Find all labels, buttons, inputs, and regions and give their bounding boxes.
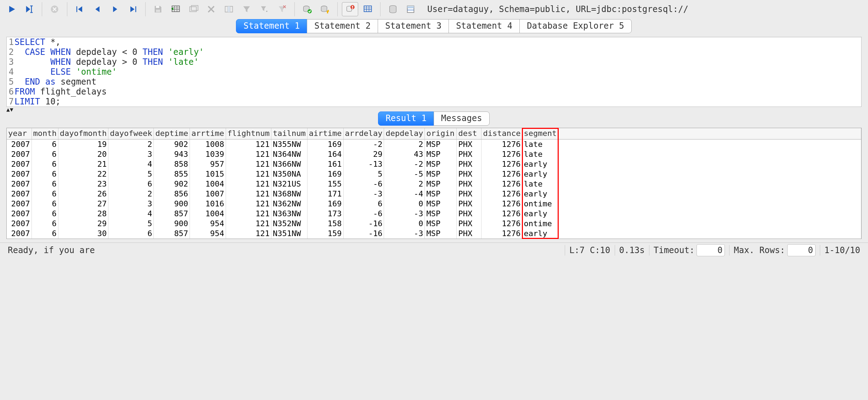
column-header[interactable]: segment xyxy=(522,128,558,139)
cell[interactable]: N363NW xyxy=(271,209,308,219)
cell[interactable]: MSP xyxy=(425,229,457,239)
cell[interactable]: 169 xyxy=(307,169,343,179)
cell[interactable]: 1016 xyxy=(190,199,226,209)
table-row[interactable]: 200762628561007121N368NW171-3-4MSPPHX127… xyxy=(7,189,861,199)
cell[interactable]: 855 xyxy=(154,169,190,179)
tab-statement[interactable]: Database Explorer 5 xyxy=(519,19,632,33)
cell[interactable]: 169 xyxy=(307,199,343,209)
cell[interactable]: -2 xyxy=(384,159,425,169)
cell[interactable]: 2007 xyxy=(7,159,32,169)
cell[interactable]: PHX xyxy=(457,159,481,169)
cell[interactable]: N362NW xyxy=(271,199,308,209)
cell[interactable]: N355NW xyxy=(271,139,308,149)
cell[interactable]: MSP xyxy=(425,149,457,159)
column-header[interactable]: dayofweek xyxy=(108,128,154,139)
database-browser-button[interactable] xyxy=(385,2,401,16)
cell[interactable]: -16 xyxy=(343,219,384,229)
cell[interactable]: 6 xyxy=(32,209,58,219)
cell[interactable]: 26 xyxy=(58,189,108,199)
filter-button[interactable] xyxy=(238,2,255,16)
cell[interactable]: 954 xyxy=(190,219,226,229)
cell[interactable]: 1039 xyxy=(190,149,226,159)
maxrows-input[interactable] xyxy=(787,244,816,256)
cell[interactable]: N321US xyxy=(271,179,308,189)
cell[interactable]: 27 xyxy=(58,199,108,209)
column-header[interactable]: airtime xyxy=(307,128,343,139)
cell[interactable]: PHX xyxy=(457,189,481,199)
column-header[interactable]: distance xyxy=(481,128,522,139)
cell[interactable]: 1276 xyxy=(481,219,522,229)
cell[interactable]: 173 xyxy=(307,209,343,219)
cell[interactable]: 6 xyxy=(32,169,58,179)
cell[interactable]: 28 xyxy=(58,209,108,219)
cell[interactable]: MSP xyxy=(425,159,457,169)
cell[interactable]: PHX xyxy=(457,199,481,209)
cell[interactable]: 857 xyxy=(154,229,190,239)
table-row[interactable]: 200761929021008121N355NW169-22MSPPHX1276… xyxy=(7,139,861,149)
tab-statement[interactable]: Statement 3 xyxy=(378,19,449,33)
code-line[interactable]: SELECT *, xyxy=(14,37,61,47)
cell[interactable]: 2007 xyxy=(7,179,32,189)
code-line[interactable]: LIMIT 10; xyxy=(14,97,61,107)
cell[interactable]: 121 xyxy=(226,149,271,159)
cell[interactable]: N350NA xyxy=(271,169,308,179)
cell[interactable]: 6 xyxy=(32,199,58,209)
tab-result[interactable]: Result 1 xyxy=(378,112,434,126)
cell[interactable]: 121 xyxy=(226,219,271,229)
column-header[interactable]: flightnum xyxy=(226,128,271,139)
cell[interactable]: N352NW xyxy=(271,219,308,229)
tab-statement[interactable]: Statement 4 xyxy=(449,19,520,33)
cell[interactable]: 29 xyxy=(343,149,384,159)
cell[interactable]: 29 xyxy=(58,219,108,229)
cell[interactable]: MSP xyxy=(425,139,457,149)
cell[interactable]: 2007 xyxy=(7,199,32,209)
stop-button[interactable] xyxy=(46,2,63,16)
cell[interactable]: 23 xyxy=(58,179,108,189)
result-grid[interactable]: yearmonthdayofmonthdayofweekdeptimearrti… xyxy=(6,128,862,239)
cell[interactable]: 164 xyxy=(307,149,343,159)
table-row[interactable]: 200762369021004121N321US155-62MSPPHX1276… xyxy=(7,179,861,189)
cell[interactable]: PHX xyxy=(457,179,481,189)
cell[interactable]: ontime xyxy=(522,219,558,229)
cell[interactable]: 5 xyxy=(343,169,384,179)
cell[interactable]: 6 xyxy=(108,229,154,239)
cell[interactable]: 2 xyxy=(384,139,425,149)
cell[interactable]: 3 xyxy=(108,199,154,209)
cell[interactable]: 121 xyxy=(226,169,271,179)
cell[interactable]: 5 xyxy=(108,169,154,179)
disconnect-button[interactable] xyxy=(342,2,358,16)
cell[interactable]: PHX xyxy=(457,139,481,149)
cell[interactable]: -3 xyxy=(343,189,384,199)
cell[interactable]: -16 xyxy=(343,229,384,239)
cell[interactable]: 6 xyxy=(108,179,154,189)
cell[interactable]: -6 xyxy=(343,209,384,219)
cell[interactable]: 1004 xyxy=(190,209,226,219)
cell[interactable]: 1276 xyxy=(481,229,522,239)
cell[interactable]: -13 xyxy=(343,159,384,169)
cell[interactable]: 121 xyxy=(226,179,271,189)
column-header[interactable]: month xyxy=(32,128,58,139)
cell[interactable]: 169 xyxy=(307,139,343,149)
cell[interactable]: 121 xyxy=(226,189,271,199)
prev-record-button[interactable] xyxy=(89,2,106,16)
cell[interactable]: PHX xyxy=(457,229,481,239)
cell[interactable]: early xyxy=(522,169,558,179)
cell[interactable]: 2007 xyxy=(7,189,32,199)
column-header[interactable]: origin xyxy=(425,128,457,139)
cell[interactable]: ontime xyxy=(522,199,558,209)
cell[interactable]: 856 xyxy=(154,189,190,199)
cell[interactable]: 121 xyxy=(226,209,271,219)
cell[interactable]: 1276 xyxy=(481,149,522,159)
table-row[interactable]: 20076214858957121N366NW161-13-2MSPPHX127… xyxy=(7,159,861,169)
table-row[interactable]: 20076306857954121N351NW159-16-3MSPPHX127… xyxy=(7,229,861,239)
cell[interactable]: 6 xyxy=(32,139,58,149)
tab-result[interactable]: Messages xyxy=(434,112,490,126)
cell[interactable]: 158 xyxy=(307,219,343,229)
clear-filter-button[interactable] xyxy=(274,2,290,16)
cell[interactable]: 161 xyxy=(307,159,343,169)
sql-editor[interactable]: 1SELECT *,2 CASE WHEN depdelay < 0 THEN … xyxy=(6,37,862,107)
cell[interactable]: 1004 xyxy=(190,179,226,189)
cell[interactable]: 1276 xyxy=(481,159,522,169)
delete-row-button[interactable] xyxy=(203,2,219,16)
cell[interactable]: N368NW xyxy=(271,189,308,199)
